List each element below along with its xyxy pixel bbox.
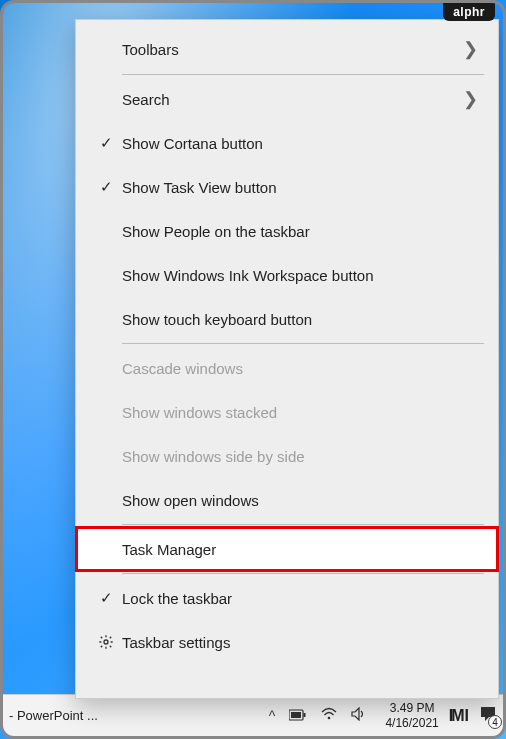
menu-label: Show windows side by side [122,448,484,465]
menu-label: Show People on the taskbar [122,223,484,240]
svg-rect-3 [304,713,306,717]
volume-icon[interactable] [351,707,367,724]
menu-label: Search [122,91,463,108]
menu-item-search[interactable]: Search ❯ [76,77,498,121]
divider [122,573,484,574]
check-icon: ✓ [90,178,122,196]
menu-item-toolbars[interactable]: Toolbars ❯ [76,20,498,72]
menu-item-lock-taskbar[interactable]: ✓ Lock the taskbar [76,576,498,620]
menu-label: Task Manager [122,541,484,558]
clock-date: 4/16/2021 [385,716,438,730]
battery-icon[interactable] [289,708,307,724]
svg-point-4 [328,717,331,720]
menu-label: Show windows stacked [122,404,484,421]
menu-item-cascade: Cascade windows [76,346,498,390]
taskbar-app-powerpoint[interactable]: - PowerPoint ... [9,708,98,723]
clock-time: 3.49 PM [385,701,438,715]
menu-label: Show open windows [122,492,484,509]
taskbar: - PowerPoint ... ^ 3.49 PM 4/16/2021 IMI… [3,694,503,736]
menu-item-touch-keyboard[interactable]: Show touch keyboard button [76,297,498,341]
chevron-right-icon: ❯ [463,38,478,60]
menu-label: Show Windows Ink Workspace button [122,267,484,284]
check-icon: ✓ [90,134,122,152]
check-icon: ✓ [90,589,122,607]
svg-rect-2 [291,712,301,718]
menu-label: Show touch keyboard button [122,311,484,328]
menu-item-stacked: Show windows stacked [76,390,498,434]
menu-item-cortana[interactable]: ✓ Show Cortana button [76,121,498,165]
notification-count: 4 [488,715,502,729]
taskbar-context-menu: Toolbars ❯ Search ❯ ✓ Show Cortana butto… [75,19,499,699]
menu-item-taskbar-settings[interactable]: Taskbar settings [76,620,498,664]
divider [122,343,484,344]
chevron-right-icon: ❯ [463,88,478,110]
menu-item-taskview[interactable]: ✓ Show Task View button [76,165,498,209]
taskbar-far-right: IMI 4 [449,705,497,726]
menu-item-sidebyside: Show windows side by side [76,434,498,478]
menu-label: Lock the taskbar [122,590,484,607]
divider [122,524,484,525]
action-center-icon[interactable]: 4 [479,705,497,726]
divider [122,74,484,75]
menu-item-open-windows[interactable]: Show open windows [76,478,498,522]
svg-point-0 [104,640,108,644]
menu-item-task-manager[interactable]: Task Manager [76,527,498,571]
app-icon[interactable]: IMI [449,707,467,725]
tray-chevron-up-icon[interactable]: ^ [269,708,276,724]
menu-label: Toolbars [122,41,463,58]
system-tray: ^ [269,707,368,724]
system-clock[interactable]: 3.49 PM 4/16/2021 [385,701,438,730]
brand-badge: alphr [443,3,495,21]
menu-item-people[interactable]: Show People on the taskbar [76,209,498,253]
wifi-icon[interactable] [321,707,337,724]
menu-item-ink[interactable]: Show Windows Ink Workspace button [76,253,498,297]
gear-icon [90,634,122,650]
menu-label: Show Task View button [122,179,484,196]
menu-label: Cascade windows [122,360,484,377]
menu-label: Show Cortana button [122,135,484,152]
menu-label: Taskbar settings [122,634,484,651]
